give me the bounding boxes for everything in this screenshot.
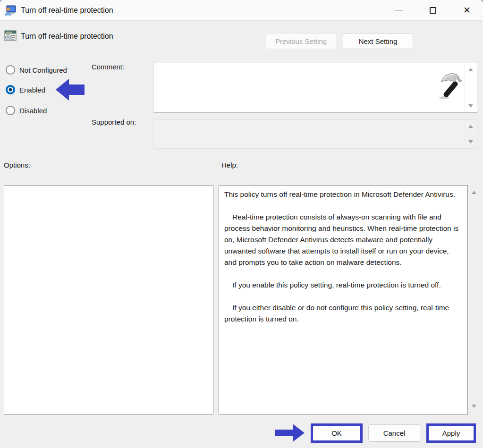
options-label: Options: xyxy=(4,161,30,169)
help-paragraph: Real-time protection consists of always-… xyxy=(224,211,462,268)
close-icon: ✕ xyxy=(463,6,471,15)
help-scroll-up-icon[interactable] xyxy=(472,191,476,194)
minimize-icon xyxy=(395,10,403,11)
help-label: Help: xyxy=(221,161,238,169)
radio-label: Disabled xyxy=(19,107,47,115)
maximize-icon xyxy=(430,7,436,14)
supported-scroll-up-icon[interactable] xyxy=(467,125,474,128)
annotation-arrow-enabled-icon xyxy=(55,78,85,101)
hammer-cursor-icon xyxy=(438,71,465,100)
supported-on-textarea xyxy=(153,119,477,149)
maximize-button[interactable] xyxy=(422,0,444,20)
help-paragraph: This policy turns off real-time protecti… xyxy=(224,189,462,200)
scrollbar-divider xyxy=(465,120,465,148)
cancel-button[interactable]: Cancel xyxy=(368,424,420,442)
help-panel: This policy turns off real-time protecti… xyxy=(219,185,468,414)
ok-button[interactable]: OK xyxy=(311,423,363,443)
options-panel xyxy=(4,185,213,414)
scrollbar-divider xyxy=(465,64,465,112)
annotation-arrow-ok-icon xyxy=(275,424,305,442)
close-button[interactable]: ✕ xyxy=(456,0,478,20)
cancel-button-label: Cancel xyxy=(383,429,406,437)
apply-button[interactable]: Apply xyxy=(426,423,476,443)
policy-setting-icon xyxy=(4,29,17,42)
help-paragraph: If you enable this policy setting, real-… xyxy=(224,279,462,291)
previous-setting-button[interactable]: Previous Setting xyxy=(266,34,336,49)
radio-circle-icon xyxy=(6,106,15,115)
group-policy-user-icon xyxy=(5,5,16,16)
comment-label: Comment: xyxy=(92,63,124,71)
help-scroll-down-icon[interactable] xyxy=(472,405,476,408)
radio-not-configured[interactable]: Not Configured xyxy=(6,65,67,75)
radio-label: Not Configured xyxy=(19,66,67,74)
policy-name-heading: Turn off real-time protection xyxy=(21,32,113,41)
comment-textarea[interactable] xyxy=(153,63,477,113)
supported-on-label: Supported on: xyxy=(92,118,136,126)
radio-label: Enabled xyxy=(19,86,45,94)
radio-disabled[interactable]: Disabled xyxy=(6,105,47,116)
supported-scroll-down-icon[interactable] xyxy=(467,140,474,144)
apply-button-label: Apply xyxy=(442,429,460,437)
window-title: Turn off real-time protection xyxy=(21,0,113,21)
minimize-button[interactable] xyxy=(388,0,410,20)
comment-scroll-up-icon[interactable] xyxy=(467,68,474,71)
radio-circle-icon xyxy=(6,65,15,75)
policy-setting-dialog: Turn off real-time protection ✕ Turn off… xyxy=(0,0,483,448)
next-setting-button[interactable]: Next Setting xyxy=(343,34,413,49)
help-scrollbar[interactable] xyxy=(470,185,479,414)
help-paragraph: If you either disable or do not configur… xyxy=(224,302,462,325)
ok-button-label: OK xyxy=(331,429,342,437)
radio-selected-icon xyxy=(6,85,15,94)
title-bar: Turn off real-time protection ✕ xyxy=(0,0,483,21)
comment-scroll-down-icon[interactable] xyxy=(467,104,474,108)
radio-enabled[interactable]: Enabled xyxy=(6,85,45,95)
